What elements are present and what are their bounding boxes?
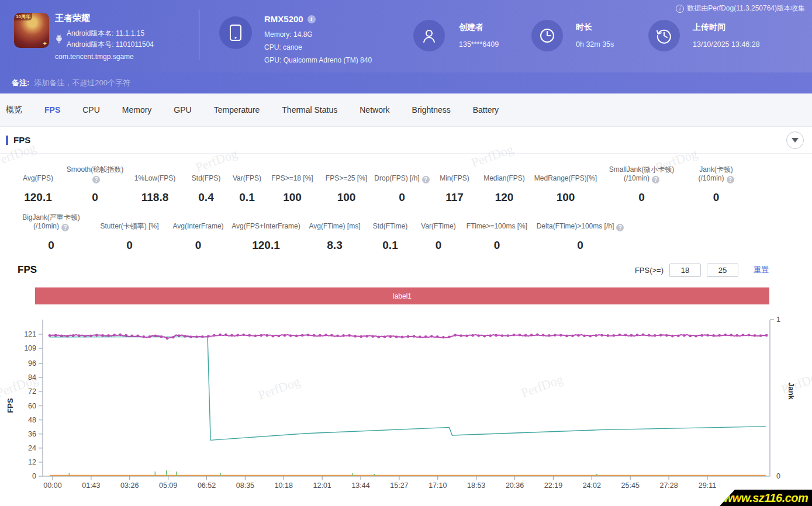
upload-time-value: 13/10/2025 13:46:28 xyxy=(693,40,760,48)
metric-label: 1%Low(FPS) xyxy=(134,174,176,183)
chevron-down-icon xyxy=(792,138,799,143)
svg-text:36: 36 xyxy=(28,430,36,438)
svg-text:1: 1 xyxy=(776,316,780,324)
tab-GPU[interactable]: GPU xyxy=(174,105,191,115)
metric-cell: 1%Low(FPS)118.8 xyxy=(126,174,184,204)
fps-line-chart: 0122436486072849610912100:0001:4303:2605… xyxy=(0,312,812,494)
metric-cell: Delta(FTime)>100ms [/h]?0 xyxy=(532,222,628,252)
metric-value: 100 xyxy=(283,191,302,204)
help-icon[interactable]: ? xyxy=(61,224,69,231)
metric-label: BigJank(严重卡顿)(/10min)? xyxy=(22,213,80,231)
metric-label: FTime>=100ms [%] xyxy=(467,222,527,231)
svg-text:17:10: 17:10 xyxy=(429,481,447,490)
metric-value: 0 xyxy=(638,191,645,204)
tab-Thermal Status[interactable]: Thermal Status xyxy=(282,105,337,115)
svg-text:24: 24 xyxy=(28,444,36,452)
metric-cell: SmallJank(微小卡顿)(/10min)?0 xyxy=(602,165,681,204)
upload-time-label: 上传时间 xyxy=(693,22,725,33)
note-label: 备注: xyxy=(12,78,29,88)
help-icon[interactable]: ? xyxy=(422,176,430,183)
tab-bar: 概览FPSCPUMemoryGPUTemperatureThermal Stat… xyxy=(0,93,812,127)
tab-Battery[interactable]: Battery xyxy=(473,105,499,115)
report-header: i 数据由PerfDog(11.3.250764)版本收集 10周年 ✦ 王者荣… xyxy=(0,0,812,72)
tab-概览[interactable]: 概览 xyxy=(6,105,22,115)
svg-text:96: 96 xyxy=(28,359,36,368)
svg-text:27:28: 27:28 xyxy=(659,481,678,490)
metric-value: 0.1 xyxy=(382,239,398,252)
collapse-section-button[interactable] xyxy=(786,131,804,149)
metric-cell: Drop(FPS) [/h]?0 xyxy=(374,174,430,204)
collect-note: i 数据由PerfDog(11.3.250764)版本收集 xyxy=(676,4,805,13)
tab-CPU[interactable]: CPU xyxy=(82,105,100,115)
section-title: FPS xyxy=(13,135,30,145)
svg-text:Jank: Jank xyxy=(787,382,796,400)
anniversary-badge: 10周年 xyxy=(14,13,32,20)
creator-label: 创建者 xyxy=(459,22,483,33)
user-icon xyxy=(421,27,437,44)
metric-label: Min(FPS) xyxy=(440,174,469,183)
tab-Memory[interactable]: Memory xyxy=(122,105,152,115)
svg-text:48: 48 xyxy=(28,416,36,424)
help-icon[interactable]: ? xyxy=(92,176,100,183)
metric-label: Avg(InterFrame) xyxy=(172,222,223,231)
duration-icon-circle xyxy=(531,20,563,51)
svg-text:29:11: 29:11 xyxy=(699,481,716,490)
metric-cell: FPS>=25 [%]100 xyxy=(319,174,374,204)
metric-cell: Avg(InterFrame)0 xyxy=(168,222,228,252)
device-info-icon[interactable]: i xyxy=(307,15,316,23)
metric-label: Smooth(稳帧指数)? xyxy=(64,165,126,183)
metric-value: 0 xyxy=(195,239,202,252)
help-icon[interactable]: ? xyxy=(727,176,734,183)
fps-ge-label: FPS(>=) xyxy=(635,266,664,275)
device-icon-circle xyxy=(219,16,252,49)
metric-cell: Jank(卡顿)(/10min)?0 xyxy=(681,165,751,204)
device-memory: Memory: 14.8G xyxy=(264,30,313,39)
note-placeholder: 添加备注，不超过200个字符 xyxy=(34,78,130,88)
game-app-icon: 10周年 ✦ xyxy=(14,13,49,48)
tab-Temperature[interactable]: Temperature xyxy=(214,105,260,115)
tab-Brightness[interactable]: Brightness xyxy=(412,105,451,115)
svg-text:00:00: 00:00 xyxy=(43,481,61,490)
metric-label: Jank(卡顿)(/10min)? xyxy=(698,165,734,183)
metric-cell: Avg(FTime) [ms]8.3 xyxy=(304,222,365,252)
metric-label: Delta(FTime)>100ms [/h]? xyxy=(537,222,624,231)
help-icon[interactable]: ? xyxy=(652,176,659,183)
metrics-row-2: BigJank(严重卡顿)(/10min)?0Stutter(卡顿率) [%]0… xyxy=(0,213,812,252)
metric-cell: FTime>=100ms [%]0 xyxy=(462,222,532,252)
metric-cell: Avg(FPS)120.1 xyxy=(12,174,64,204)
metric-cell: Smooth(稳帧指数)?0 xyxy=(64,165,126,204)
metric-value: 0.4 xyxy=(198,191,213,204)
svg-text:12:01: 12:01 xyxy=(313,481,331,490)
note-input-bar[interactable]: 备注: 添加备注，不超过200个字符 xyxy=(0,72,812,93)
svg-text:03:26: 03:26 xyxy=(120,481,139,490)
metric-label: Drop(FPS) [/h]? xyxy=(374,174,429,183)
tab-Network[interactable]: Network xyxy=(360,105,389,115)
metric-value: 0 xyxy=(48,239,54,252)
metric-value: 0 xyxy=(577,239,583,252)
metric-value: 8.3 xyxy=(327,239,342,252)
duration-label: 时长 xyxy=(576,22,592,33)
metric-value: 0 xyxy=(92,191,98,204)
reset-link[interactable]: 重置 xyxy=(754,265,769,275)
svg-text:25:45: 25:45 xyxy=(621,481,640,490)
metric-label: Var(FTime) xyxy=(421,222,455,231)
metric-value: 0 xyxy=(436,239,442,252)
tab-FPS[interactable]: FPS xyxy=(44,105,60,115)
metric-value: 118.8 xyxy=(141,191,169,204)
metric-label: FPS>=18 [%] xyxy=(271,174,313,183)
history-clock-icon xyxy=(656,27,672,44)
help-icon[interactable]: ? xyxy=(616,224,624,231)
svg-text:121: 121 xyxy=(24,330,36,338)
device-cpu: CPU: canoe xyxy=(264,43,302,51)
svg-text:18:53: 18:53 xyxy=(467,481,485,490)
fps-threshold-input-2[interactable] xyxy=(707,264,738,277)
metric-label: Stutter(卡顿率) [%] xyxy=(100,222,158,231)
fps-threshold-input-1[interactable] xyxy=(669,264,701,277)
metric-label: Avg(FPS) xyxy=(23,174,53,183)
metric-value: 117 xyxy=(445,191,464,204)
svg-text:15:27: 15:27 xyxy=(390,481,408,490)
metric-value: 0.1 xyxy=(239,191,254,204)
metric-label: MedRange(FPS)[%] xyxy=(534,174,597,183)
device-gpu: GPU: Qualcomm Adreno (TM) 840 xyxy=(264,56,372,64)
metric-value: 120.1 xyxy=(24,191,52,204)
